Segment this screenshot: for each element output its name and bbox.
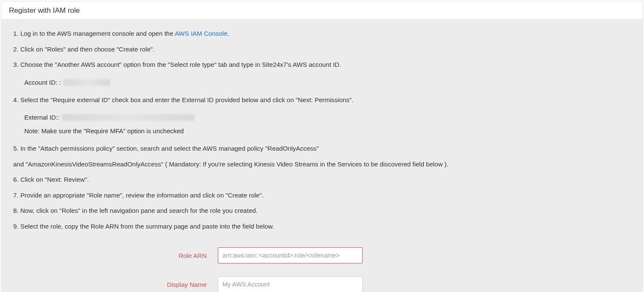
step-5a: 5. In the "Attach permissions policy" se… <box>13 144 631 154</box>
step-5b: and "AmazonKinesisVideoStreamsReadOnlyAc… <box>13 160 631 169</box>
mfa-note: Note: Make sure the "Require MFA" option… <box>24 126 631 136</box>
step-4: 4. Select the "Require external ID" chec… <box>13 95 631 105</box>
step-6: 6. Click on "Next: Review". <box>13 175 631 185</box>
external-id-block: External ID:: Note: Make sure the "Requi… <box>24 112 631 136</box>
step-3: 3. Choose the "Another AWS account" opti… <box>13 60 631 70</box>
display-name-input[interactable] <box>218 276 363 292</box>
step-2: 2. Click on "Roles" and then choose "Cre… <box>13 45 631 54</box>
account-id-redacted <box>64 79 110 86</box>
step-1-prefix: 1. Log in to the AWS management console … <box>13 30 175 37</box>
panel-title: Register with IAM role <box>1 1 643 20</box>
register-iam-panel: Register with IAM role 1. Log in to the … <box>1 1 643 292</box>
external-id-label: External ID:: <box>24 112 60 123</box>
display-name-label: Display Name <box>13 281 218 288</box>
account-id-block: Account ID: : <box>24 77 631 88</box>
form-area: Role ARN Display Name <box>13 247 631 292</box>
panel-body: 1. Log in to the AWS management console … <box>1 20 643 292</box>
step-9: 9. Select the role, copy the Role ARN fr… <box>13 222 631 232</box>
role-arn-row: Role ARN <box>13 247 631 263</box>
step-1: 1. Log in to the AWS management console … <box>13 29 631 39</box>
step-1-suffix: . <box>228 30 229 37</box>
step-7: 7. Provide an appropriate "Role name", r… <box>13 191 631 200</box>
account-id-label: Account ID: : <box>24 77 61 88</box>
external-id-redacted <box>62 114 194 121</box>
role-arn-label: Role ARN <box>13 252 218 259</box>
display-name-row: Display Name <box>13 276 631 292</box>
step-8: 8. Now, click on "Roles" in the left nav… <box>13 206 631 216</box>
aws-iam-console-link[interactable]: AWS IAM Console <box>175 30 228 37</box>
role-arn-input[interactable] <box>218 247 363 263</box>
